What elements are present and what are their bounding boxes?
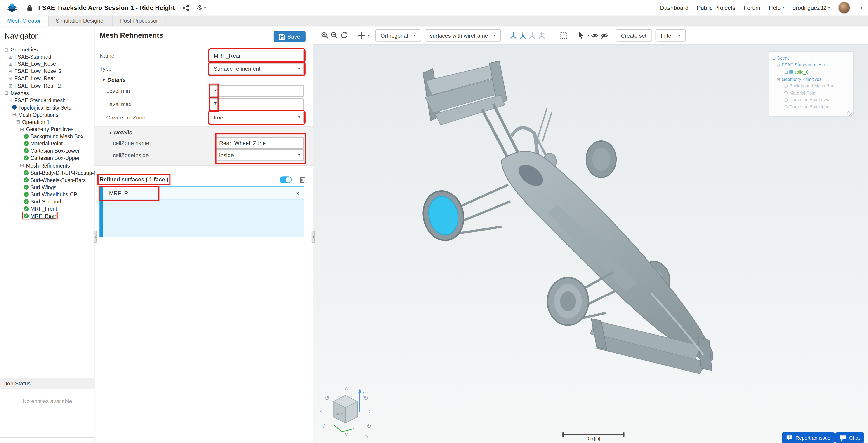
zoom-out-icon[interactable] (330, 31, 339, 40)
tree-item[interactable]: ⊞FSAE_Low_Nose_2 (0, 68, 95, 75)
collapse-icon[interactable]: ⊟ (20, 127, 26, 132)
tree-item[interactable]: ⊞FSAE_Low_Rear_2 (0, 82, 95, 90)
panel-resize-handle[interactable]: ‹ (94, 231, 97, 243)
navigation-cube[interactable]: ∧ ∨ ‹ › ↺ ↻ ↺ ↻ ⌂ LEFT (317, 381, 379, 443)
axes-plane-icon[interactable] (528, 31, 536, 40)
collapse-icon[interactable]: ⊟ (8, 98, 14, 103)
level-max-input[interactable] (210, 98, 304, 110)
scene-tree-item[interactable]: ⊟FSAE-Standard mesh (772, 62, 852, 69)
filter-button[interactable]: Filter ▾ (655, 29, 686, 41)
resize-grip-icon[interactable] (847, 111, 852, 115)
axes-box-icon[interactable] (518, 31, 527, 40)
rotate-left-icon[interactable]: ‹ (320, 409, 322, 414)
collapse-icon[interactable]: ⊟ (4, 90, 11, 96)
scene-tree-item[interactable]: Material Point (772, 90, 852, 97)
collapse-icon[interactable]: ⊟ (16, 119, 22, 125)
scene-tree-panel[interactable]: ⊟Scene ⊟FSAE-Standard mesh ⊞solid_0 ⊟Geo… (769, 52, 854, 117)
trash-icon[interactable] (299, 176, 305, 183)
scene-tree-item-solid[interactable]: ⊞solid_0 (772, 69, 852, 76)
chat-button[interactable]: Chat (835, 432, 864, 443)
tree-item[interactable]: ✓Surf-Body-Diff-EP-Radsup-D... (0, 169, 95, 176)
render-mode-select[interactable]: surfaces with wireframe ▾ (424, 29, 501, 41)
create-set-button[interactable]: Create set (615, 29, 652, 41)
tree-item-topological-entity-sets[interactable]: Topological Entity Sets (0, 104, 95, 111)
nav-dashboard[interactable]: Dashboard (660, 4, 688, 11)
tree-item[interactable]: ✓Surf-Wings (0, 183, 95, 191)
tree-item[interactable]: ⊞FSAE_Low_Rear (0, 75, 95, 82)
settings-gear-icon[interactable]: ⚙ ▾ (196, 4, 206, 11)
projection-select[interactable]: Orthogonal ▾ (375, 29, 421, 41)
collapse-icon[interactable]: ⊟ (777, 76, 782, 81)
axes-grid-icon[interactable] (537, 31, 546, 40)
visibility-dot-icon[interactable] (784, 105, 788, 109)
tab-simulation-designer[interactable]: Simulation Designer (49, 15, 113, 26)
tab-mesh-creator[interactable]: Mesh Creator (0, 15, 49, 26)
avatar[interactable] (838, 2, 850, 14)
zoom-in-icon[interactable] (320, 31, 329, 40)
tree-item-meshes[interactable]: ⊟Meshes (0, 90, 95, 97)
panel-resize-handle[interactable]: ‹ (312, 231, 315, 243)
collapse-icon[interactable]: ⊟ (4, 47, 11, 52)
roll-cw-icon[interactable]: ↻ (366, 423, 372, 429)
visibility-dot-icon[interactable] (784, 84, 788, 88)
tree-item[interactable]: ⊞FSAE-Standard (0, 53, 95, 60)
collapse-icon[interactable]: ⊟ (12, 112, 18, 117)
tree-item[interactable]: ✓Background Mesh Box (0, 133, 95, 140)
nav-username[interactable]: drodriguez32▾ (793, 4, 830, 11)
expand-icon[interactable]: ⊞ (8, 83, 14, 88)
nav-forum[interactable]: Forum (743, 4, 760, 11)
name-input[interactable] (210, 49, 304, 61)
share-icon[interactable] (182, 4, 189, 11)
expand-icon[interactable]: ⊞ (8, 76, 14, 81)
tree-item[interactable]: ⊟Geometry Primitives (0, 126, 95, 133)
save-button[interactable]: Save (274, 31, 306, 42)
expand-icon[interactable]: ⊞ (8, 54, 14, 59)
tree-item[interactable]: ✓Surf-Wheelhubs-CP (0, 191, 95, 198)
create-cellzone-select[interactable]: true ▾ (210, 111, 304, 123)
tree-item-geometries[interactable]: ⊟Geometries (0, 46, 95, 53)
hide-icon[interactable] (600, 31, 609, 40)
tree-item-mrf-front[interactable]: ✓MRF_Front (0, 205, 95, 212)
tree-item[interactable]: ⊟Mesh Refinements (0, 162, 95, 169)
roll-ccw-icon[interactable]: ↺ (324, 395, 330, 402)
tree-item[interactable]: ✓Cartesian Box-Lower (0, 147, 95, 155)
nav-public-projects[interactable]: Public Projects (697, 4, 735, 11)
sub-details-header[interactable]: ▼ Details (95, 128, 313, 137)
level-min-input[interactable] (210, 85, 304, 96)
axes-triad-icon[interactable] (509, 31, 518, 40)
cellzone-inside-select[interactable]: inside ▾ (215, 149, 304, 161)
app-logo-icon[interactable] (5, 2, 19, 13)
scene-tree-item[interactable]: ⊟Geometry Primitives (772, 76, 852, 82)
tree-item[interactable]: ✓Surf-Sidepod (0, 198, 95, 205)
expand-icon[interactable]: ⊞ (8, 61, 14, 67)
collapse-icon[interactable]: ⊟ (20, 163, 26, 168)
details-header[interactable]: ▼ Details (95, 75, 313, 84)
type-select[interactable]: Surface refinement ▾ (210, 63, 304, 74)
orientation-cube-icon[interactable]: LEFT (332, 394, 359, 426)
show-icon[interactable] (590, 31, 599, 40)
pointer-caret-icon[interactable]: ▾ (587, 33, 590, 38)
home-view-icon[interactable]: ⌂ (364, 433, 368, 439)
report-issue-button[interactable]: ! Report an issue (782, 432, 835, 443)
viewport-canvas[interactable]: ⊟Scene ⊟FSAE-Standard mesh ⊞solid_0 ⊟Geo… (313, 45, 868, 443)
refresh-view-icon[interactable] (339, 31, 348, 40)
tree-item[interactable]: ⊟Operation 1 (0, 118, 95, 126)
roll-ccw-icon[interactable]: ↺ (321, 423, 326, 429)
scene-tree-item[interactable]: Background Mesh Box (772, 82, 852, 90)
tree-item[interactable]: ⊟FSAE-Standard mesh (0, 97, 95, 104)
cellzone-name-input[interactable] (215, 137, 304, 148)
tree-item[interactable]: ✓Cartesian Box-Upper (0, 155, 95, 162)
expand-icon[interactable]: ⊞ (8, 68, 14, 74)
tree-item[interactable]: ✓Material Point (0, 140, 95, 147)
pan-icon[interactable] (357, 31, 366, 40)
tree-item-mrf-rear[interactable]: ✓MRF_Rear (0, 212, 95, 220)
tree-item[interactable]: ✓Surf-Wheels-Susp-Bars (0, 176, 95, 183)
tree-item[interactable]: ⊞FSAE_Low_Nose (0, 60, 95, 68)
tree-item[interactable]: ⊟Mesh Operations (0, 111, 95, 118)
visibility-dot-icon[interactable] (784, 98, 788, 102)
avatar-caret-icon[interactable]: ▾ (861, 5, 863, 10)
scene-tree-item-scene[interactable]: ⊟Scene (772, 55, 852, 62)
refined-surface-item[interactable]: MRF_R x (103, 187, 304, 200)
scene-tree-item[interactable]: Cartesian Box-Lower (772, 97, 852, 104)
refined-surfaces-toggle[interactable] (280, 176, 292, 183)
